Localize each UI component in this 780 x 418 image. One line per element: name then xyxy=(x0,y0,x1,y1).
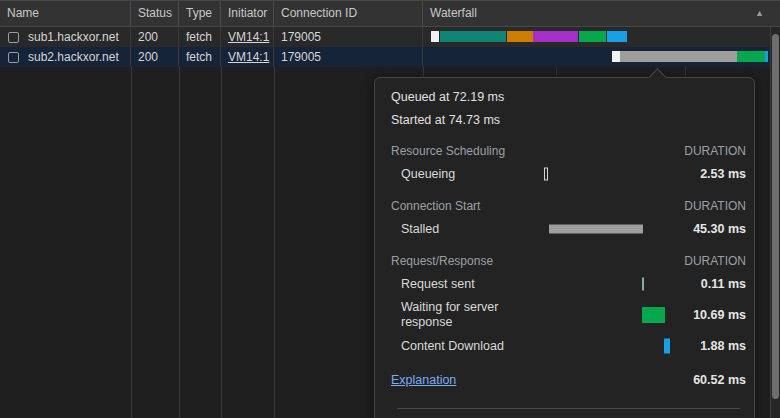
tooltip-arrow-icon xyxy=(648,68,666,86)
started-at-text: Started at 74.73 ms xyxy=(391,113,754,128)
column-header-initiator[interactable]: Initiator xyxy=(221,1,274,26)
dns-segment xyxy=(440,31,506,42)
connection-id-cell: 179005 xyxy=(274,27,423,47)
initiator-cell: VM14:1 xyxy=(221,27,274,47)
connection-id-cell: 179005 xyxy=(274,47,423,67)
type-cell: fetch xyxy=(179,27,221,47)
duration-label: DURATION xyxy=(684,254,746,268)
row-checkbox[interactable] xyxy=(8,52,19,63)
name-cell: sub1.hackxor.net xyxy=(0,27,131,47)
timing-row-content-download: Content Download 1.88 ms xyxy=(391,337,754,355)
waiting-bar xyxy=(642,307,665,323)
timing-value: 2.53 ms xyxy=(679,167,754,181)
section-resource-scheduling: Resource Scheduling DURATION xyxy=(391,144,754,158)
queueing-segment xyxy=(612,51,620,62)
section-title: Request/Response xyxy=(391,254,493,268)
timing-value: 10.69 ms xyxy=(679,308,754,322)
table-header: Name Status Type Initiator Connection ID… xyxy=(0,1,780,27)
column-separator xyxy=(179,27,180,418)
section-connection-start: Connection Start DURATION xyxy=(391,199,754,213)
status-cell: 200 xyxy=(131,47,179,67)
waiting-segment xyxy=(579,31,606,42)
section-request-response: Request/Response DURATION xyxy=(391,254,754,268)
waterfall-cell[interactable] xyxy=(423,27,780,47)
duration-label: DURATION xyxy=(684,199,746,213)
column-header-status[interactable]: Status xyxy=(131,1,179,26)
stalled-segment xyxy=(620,51,737,62)
timing-label: Queueing xyxy=(391,167,539,182)
row-checkbox[interactable] xyxy=(8,32,19,43)
timing-tooltip: Queued at 72.19 ms Started at 74.73 ms R… xyxy=(374,77,755,418)
content-download-bar xyxy=(664,339,670,354)
waterfall-bar xyxy=(423,27,780,47)
table-row-selected[interactable]: sub2.hackxor.net 200 fetch VM14:1 179005 xyxy=(0,47,780,67)
timing-row-queueing: Queueing 2.53 ms xyxy=(391,165,754,183)
scrollbar-thumb[interactable] xyxy=(772,34,779,399)
queueing-segment xyxy=(431,31,439,42)
timing-value: 0.11 ms xyxy=(679,277,754,291)
sort-ascending-icon: ▲ xyxy=(755,1,764,26)
tooltip-footer: Explanation 60.52 ms xyxy=(391,373,754,387)
network-panel: Name Status Type Initiator Connection ID… xyxy=(0,0,780,418)
waterfall-bar xyxy=(423,47,780,67)
download-segment xyxy=(607,31,627,42)
timing-label: Content Download xyxy=(391,339,539,354)
download-segment xyxy=(765,51,768,62)
column-separator xyxy=(221,27,222,418)
timing-label: Stalled xyxy=(391,222,539,237)
initiator-link[interactable]: VM14:1 xyxy=(228,30,269,44)
initiator-cell: VM14:1 xyxy=(221,47,274,67)
status-cell: 200 xyxy=(131,27,179,47)
request-name: sub1.hackxor.net xyxy=(28,27,119,47)
queued-at-text: Queued at 72.19 ms xyxy=(391,90,754,105)
column-header-connection-id[interactable]: Connection ID xyxy=(274,1,423,26)
section-title: Connection Start xyxy=(391,199,480,213)
duration-label: DURATION xyxy=(684,144,746,158)
connect-segment xyxy=(507,31,533,42)
column-header-name[interactable]: Name xyxy=(0,1,131,26)
timing-value: 1.88 ms xyxy=(679,339,754,353)
timing-row-stalled: Stalled 45.30 ms xyxy=(391,220,754,238)
column-separator xyxy=(274,27,275,418)
request-sent-bar xyxy=(642,278,644,291)
column-header-waterfall[interactable]: Waterfall ▲ xyxy=(423,1,780,26)
vertical-scrollbar[interactable] xyxy=(770,27,780,418)
waterfall-cell[interactable] xyxy=(423,47,780,67)
timing-row-request-sent: Request sent 0.11 ms xyxy=(391,275,754,293)
request-name: sub2.hackxor.net xyxy=(28,47,119,67)
name-cell: sub2.hackxor.net xyxy=(0,47,131,67)
initiator-link[interactable]: VM14:1 xyxy=(228,50,269,64)
column-header-type[interactable]: Type xyxy=(179,1,221,26)
explanation-link[interactable]: Explanation xyxy=(391,373,456,387)
total-duration: 60.52 ms xyxy=(456,373,754,387)
timing-label: Request sent xyxy=(391,277,539,292)
timing-row-waiting: Waiting for server response 10.69 ms xyxy=(391,300,754,330)
ssl-segment xyxy=(533,31,578,42)
section-title: Resource Scheduling xyxy=(391,144,505,158)
stalled-bar xyxy=(549,225,643,234)
queueing-bar xyxy=(544,168,548,181)
tooltip-divider xyxy=(397,408,740,409)
type-cell: fetch xyxy=(179,47,221,67)
timing-label: Waiting for server response xyxy=(391,300,539,330)
table-row[interactable]: sub1.hackxor.net 200 fetch VM14:1 179005 xyxy=(0,27,780,47)
column-separator xyxy=(131,27,132,418)
timing-value: 45.30 ms xyxy=(679,222,754,236)
waiting-segment xyxy=(737,51,765,62)
waterfall-header-label: Waterfall xyxy=(430,6,477,20)
